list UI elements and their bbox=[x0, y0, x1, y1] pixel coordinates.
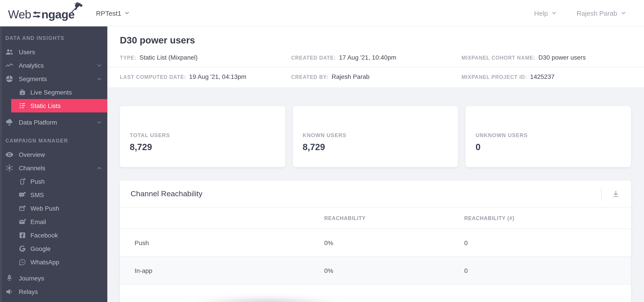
stat-value: 8,729 bbox=[130, 142, 285, 152]
sidebar-item-email[interactable]: Email bbox=[0, 215, 107, 229]
user-name: Rajesh Parab bbox=[576, 9, 617, 17]
hub-icon bbox=[4, 164, 14, 173]
sidebar-item-channels[interactable]: Channels bbox=[0, 161, 107, 175]
sidebar-item-journeys[interactable]: Journeys bbox=[0, 271, 107, 285]
rocket-icon bbox=[4, 274, 14, 283]
sidebar-item-sms[interactable]: SMS bbox=[0, 188, 107, 202]
meta-cohort-name: MIXPANEL COHORT NAME: D30 power users bbox=[462, 54, 631, 61]
stat-label: UNKNOWN USERS bbox=[476, 132, 631, 138]
meta-created-date: CREATED DATE: 17 Aug '21, 10:40pm bbox=[291, 54, 462, 61]
stat-card-known-users: KNOWN USERS 8,729 bbox=[293, 106, 458, 167]
logo-double-arrow-icon bbox=[32, 11, 41, 20]
webengage-app: Web ngage RPTe bbox=[0, 0, 644, 302]
table-row-push: Push 0% 0 bbox=[120, 229, 631, 257]
eye-icon bbox=[4, 150, 14, 159]
sidebar-item-live-segments[interactable]: Live Segments bbox=[0, 86, 107, 99]
meta-row-2: LAST COMPUTED DATE: 19 Aug '21, 04:13pm … bbox=[107, 67, 644, 87]
meta-label: TYPE: bbox=[120, 55, 136, 61]
meta-value: 1425237 bbox=[530, 73, 554, 80]
meta-label: MIXPANEL COHORT NAME: bbox=[462, 55, 535, 61]
user-menu[interactable]: Rajesh Parab bbox=[576, 9, 626, 17]
column-reachability-count: REACHABILITY (#) bbox=[464, 215, 631, 221]
column-reachability: REACHABILITY bbox=[324, 215, 464, 221]
page-title: D30 power users bbox=[120, 35, 631, 46]
facebook-icon bbox=[18, 231, 27, 240]
sidebar-item-overview[interactable]: Overview bbox=[0, 148, 107, 161]
stat-value: 8,729 bbox=[302, 142, 458, 152]
sidebar-item-label: Email bbox=[30, 218, 46, 225]
meta-label: MIXPANEL PROJECT ID: bbox=[462, 74, 527, 80]
meta-created-by: CREATED BY: Rajesh Parab bbox=[291, 73, 462, 80]
meta-value: Static List (Mixpanel) bbox=[140, 54, 198, 61]
sidebar-item-web-push[interactable]: Web Push bbox=[0, 202, 107, 215]
reachability-header: Channel Reachability bbox=[120, 181, 631, 207]
reachability-value: 0% bbox=[324, 239, 464, 246]
top-bar: Web ngage RPTe bbox=[0, 0, 644, 27]
help-menu[interactable]: Help bbox=[534, 9, 557, 17]
live-tv-icon bbox=[18, 88, 27, 97]
sidebar-item-push[interactable]: Push bbox=[0, 175, 107, 188]
meta-last-computed: LAST COMPUTED DATE: 19 Aug '21, 04:13pm bbox=[120, 73, 291, 80]
logo-text-web: Web bbox=[8, 7, 31, 22]
chevron-down-icon bbox=[124, 10, 130, 16]
sidebar-item-label: Users bbox=[19, 48, 35, 56]
meta-value: 17 Aug '21, 10:40pm bbox=[339, 54, 396, 61]
line-chart-icon bbox=[4, 61, 14, 70]
sidebar-item-label: Google bbox=[30, 245, 50, 252]
webengage-logo[interactable]: Web ngage bbox=[8, 4, 74, 22]
reachability-count: 0 bbox=[464, 267, 631, 274]
meta-label: CREATED BY: bbox=[291, 74, 328, 80]
chevron-down-icon bbox=[96, 63, 102, 68]
sidebar-item-data-platform[interactable]: Data Platform bbox=[0, 116, 107, 129]
sidebar-item-label: Analytics bbox=[19, 62, 44, 69]
sidebar-item-google[interactable]: Google bbox=[0, 242, 107, 255]
sidebar-item-relays[interactable]: Relays bbox=[0, 285, 107, 298]
sidebar-item-segments[interactable]: Segments bbox=[0, 72, 107, 86]
sidebar-item-label: Live Segments bbox=[30, 89, 72, 96]
sidebar-item-analytics[interactable]: Analytics bbox=[0, 59, 107, 72]
help-label: Help bbox=[534, 9, 548, 17]
sidebar-item-label: Segments bbox=[19, 75, 47, 82]
download-button[interactable] bbox=[608, 187, 624, 201]
chevron-down-icon bbox=[621, 10, 626, 16]
sidebar-item-label: Facebook bbox=[30, 232, 58, 239]
table-row-in-app: In-app 0% 0 bbox=[120, 257, 631, 284]
sidebar-section-data-and-insights: DATA AND INSIGHTS bbox=[0, 34, 107, 43]
stat-cards: TOTAL USERS 8,729 KNOWN USERS 8,729 UNKN… bbox=[120, 106, 631, 167]
reachability-column-headers: REACHABILITY REACHABILITY (#) bbox=[120, 207, 631, 229]
sidebar-item-users[interactable]: Users bbox=[0, 45, 107, 59]
bird-icon bbox=[70, 1, 82, 12]
reachability-value: 0% bbox=[324, 267, 464, 274]
users-icon bbox=[4, 48, 14, 56]
sidebar-item-label: Static Lists bbox=[30, 102, 60, 109]
envelope-icon bbox=[18, 217, 27, 226]
channel-name: Push bbox=[120, 239, 324, 246]
sidebar-item-label: Push bbox=[30, 178, 45, 185]
main-content: D30 power users TYPE: Static List (Mixpa… bbox=[107, 27, 644, 302]
sidebar-item-label: Journeys bbox=[19, 275, 44, 282]
stat-card-unknown-users: UNKNOWN USERS 0 bbox=[466, 106, 631, 167]
meta-label: CREATED DATE: bbox=[291, 55, 336, 61]
logo-text-ngage: ngage bbox=[41, 7, 74, 22]
meta-type: TYPE: Static List (Mixpanel) bbox=[120, 54, 291, 61]
pie-segments-icon bbox=[4, 74, 14, 83]
channel-reachability-card: Channel Reachability REACHABILITY REACHA… bbox=[120, 181, 631, 302]
sidebar-item-whatsapp[interactable]: WhatsApp bbox=[0, 255, 107, 269]
bulleted-list-icon bbox=[18, 101, 27, 110]
meta-value: 19 Aug '21, 04:13pm bbox=[189, 73, 246, 80]
project-selector[interactable]: RPTest1 bbox=[96, 9, 130, 17]
reachability-count: 0 bbox=[464, 239, 631, 246]
google-icon bbox=[18, 244, 27, 253]
megaphone-icon bbox=[4, 287, 14, 296]
stat-value: 0 bbox=[476, 142, 631, 152]
reachability-title: Channel Reachability bbox=[130, 189, 202, 198]
sidebar: DATA AND INSIGHTS Users Analytics Segmen… bbox=[0, 27, 107, 302]
sidebar-section-campaign-manager: CAMPAIGN MANAGER bbox=[0, 136, 107, 145]
sidebar-item-facebook[interactable]: Facebook bbox=[0, 229, 107, 242]
sidebar-item-label: Web Push bbox=[30, 205, 59, 212]
chevron-down-icon bbox=[552, 10, 557, 16]
reachability-actions bbox=[601, 187, 624, 201]
sidebar-item-label: WhatsApp bbox=[30, 258, 59, 266]
sidebar-item-static-lists[interactable]: Static Lists bbox=[11, 99, 107, 112]
stat-card-total-users: TOTAL USERS 8,729 bbox=[120, 106, 285, 167]
